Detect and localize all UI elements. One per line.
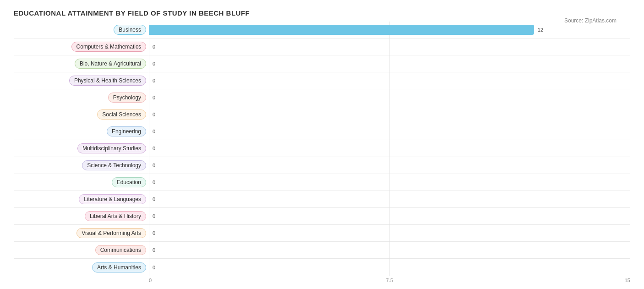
bar-row: Engineering0 — [14, 123, 630, 140]
bar-value-label: 0 — [153, 129, 155, 134]
chart-container: Business12Computers & Mathematics0Bio, N… — [14, 22, 630, 283]
bar-value-label: 0 — [153, 163, 155, 168]
plot-area: 0 — [149, 174, 630, 191]
label-area: Education — [14, 177, 149, 187]
label-area: Bio, Nature & Agricultural — [14, 59, 149, 69]
bar-value-label: 0 — [153, 44, 155, 49]
label-area: Business — [14, 25, 149, 35]
chart-title: EDUCATIONAL ATTAINMENT BY FIELD OF STUDY… — [14, 9, 630, 17]
label-area: Psychology — [14, 93, 149, 103]
bar-row: Psychology0 — [14, 89, 630, 106]
plot-area: 0 — [149, 106, 630, 123]
bar-label-text: Arts & Humanities — [92, 262, 146, 273]
bar-value-label: 0 — [153, 146, 155, 151]
bar-label-text: Psychology — [108, 93, 146, 103]
bar-row: Physical & Health Sciences0 — [14, 72, 630, 89]
bar-value-label: 0 — [153, 61, 155, 66]
plot-area: 0 — [149, 89, 630, 106]
bar-label-text: Science & Technology — [82, 160, 146, 170]
bar-label-text: Multidisciplinary Studies — [77, 143, 146, 153]
plot-area: 0 — [149, 123, 630, 140]
bar-label-text: Bio, Nature & Agricultural — [75, 59, 146, 69]
bar-row: Visual & Performing Arts0 — [14, 225, 630, 242]
bar-row: Arts & Humanities0 — [14, 259, 630, 276]
bar-value-label: 0 — [153, 265, 155, 270]
bar-row: Computers & Mathematics0 — [14, 38, 630, 55]
label-area: Visual & Performing Arts — [14, 228, 149, 238]
label-area: Literature & Languages — [14, 194, 149, 204]
bar-value-label: 0 — [153, 112, 155, 117]
label-area: Science & Technology — [14, 160, 149, 170]
bar-label-text: Engineering — [107, 126, 146, 136]
plot-area: 0 — [149, 259, 630, 276]
bar-value-label: 0 — [153, 180, 155, 185]
label-area: Engineering — [14, 126, 149, 136]
label-area: Communications — [14, 245, 149, 255]
plot-area: 0 — [149, 38, 630, 55]
bar-label-text: Visual & Performing Arts — [76, 228, 146, 238]
bar-value-label: 0 — [153, 213, 155, 219]
bar-label-text: Education — [112, 177, 146, 187]
bar-row: Social Sciences0 — [14, 106, 630, 123]
bar-row: Business12 — [14, 22, 630, 38]
x-label-mid: 7.5 — [309, 278, 469, 283]
bar-row: Multidisciplinary Studies0 — [14, 140, 630, 157]
plot-area: 0 — [149, 208, 630, 225]
x-axis-labels: 0 7.5 15 — [149, 276, 630, 283]
plot-area: 0 — [149, 242, 630, 259]
bar-row: Science & Technology0 — [14, 157, 630, 174]
bar-label-text: Physical & Health Sciences — [69, 76, 146, 86]
label-area: Arts & Humanities — [14, 262, 149, 273]
label-area: Computers & Mathematics — [14, 42, 149, 52]
bar-row: Literature & Languages0 — [14, 191, 630, 208]
plot-area: 12 — [149, 22, 630, 38]
plot-area: 0 — [149, 55, 630, 72]
bar-value-label: 0 — [153, 247, 155, 253]
bar-row: Liberal Arts & History0 — [14, 208, 630, 225]
bar-value-label: 12 — [538, 27, 543, 33]
bar-label-text: Computers & Mathematics — [71, 42, 146, 52]
bar-label-text: Communications — [95, 245, 146, 255]
bar-label-text: Social Sciences — [97, 109, 146, 120]
plot-area: 0 — [149, 157, 630, 174]
label-area: Multidisciplinary Studies — [14, 143, 149, 153]
bar-label-text: Business — [114, 25, 146, 35]
bar-fill — [149, 25, 534, 35]
plot-area: 0 — [149, 191, 630, 208]
x-label-0: 0 — [149, 278, 309, 283]
label-area: Liberal Arts & History — [14, 211, 149, 221]
bar-value-label: 0 — [153, 78, 155, 83]
bar-value-label: 0 — [153, 230, 155, 236]
label-area: Physical & Health Sciences — [14, 76, 149, 86]
plot-area: 0 — [149, 225, 630, 242]
bar-value-label: 0 — [153, 95, 155, 100]
plot-area: 0 — [149, 72, 630, 89]
chart-area: Business12Computers & Mathematics0Bio, N… — [14, 22, 630, 276]
bar-value-label: 0 — [153, 196, 155, 202]
bar-row: Education0 — [14, 174, 630, 191]
bar-row: Bio, Nature & Agricultural0 — [14, 55, 630, 72]
bar-label-text: Liberal Arts & History — [85, 211, 146, 221]
x-label-max: 15 — [470, 278, 630, 283]
bar-row: Communications0 — [14, 242, 630, 259]
bar-label-text: Literature & Languages — [79, 194, 146, 204]
label-area: Social Sciences — [14, 109, 149, 120]
plot-area: 0 — [149, 140, 630, 157]
